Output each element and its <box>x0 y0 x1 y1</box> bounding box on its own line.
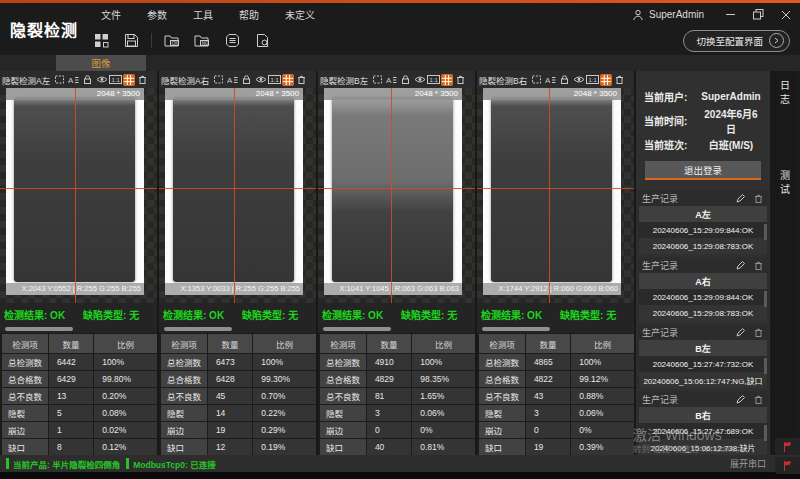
lock-icon[interactable] <box>81 73 94 86</box>
roi-icon[interactable] <box>53 73 66 86</box>
edit-icon[interactable] <box>735 193 746 204</box>
one-to-one-icon[interactable]: 1:1 <box>109 73 122 86</box>
flag-icon[interactable] <box>775 457 800 474</box>
record-section-b-left: 生产记录 B左 20240606_15:27:47:732:OK 2024060… <box>637 324 769 388</box>
h-scrollbar[interactable] <box>477 325 634 333</box>
fit-text-icon[interactable]: A <box>544 73 557 86</box>
row-count: 4910 <box>367 354 411 370</box>
fit-text-icon[interactable]: A <box>385 73 398 86</box>
scroll-thumb[interactable] <box>323 327 391 331</box>
trash-icon[interactable] <box>753 394 764 405</box>
eye-icon[interactable] <box>254 73 267 86</box>
h-scrollbar[interactable] <box>0 325 157 333</box>
row-count: 13 <box>49 388 93 404</box>
row-ratio: 0.06% <box>571 405 634 421</box>
folder-ng-icon[interactable]: NG <box>189 30 215 52</box>
edit-icon[interactable] <box>735 260 746 271</box>
v-scrollbar[interactable] <box>764 425 767 441</box>
col-header: 比例 <box>253 334 316 353</box>
delete-image-icon[interactable] <box>136 73 149 86</box>
roi-icon[interactable] <box>212 73 225 86</box>
lock-icon[interactable] <box>399 73 412 86</box>
menu-file[interactable]: 文件 <box>88 7 134 22</box>
record-entry[interactable]: 20240606_15:27:47:732:OK <box>639 356 767 372</box>
find-doc-icon[interactable] <box>249 30 275 52</box>
record-entry[interactable]: 20240606_15:06:12:738:缺片 <box>639 439 767 455</box>
user-chip[interactable]: SuperAdmin <box>632 9 704 21</box>
sidebar: 当前用户: SuperAdmin 当前时间: 2024年6月6日 当前班次: 白… <box>636 71 770 455</box>
expand-label[interactable]: 展开串口 <box>730 457 766 470</box>
grid-icon[interactable] <box>282 74 294 86</box>
menu-help[interactable]: 帮助 <box>226 7 272 22</box>
info-label: 当前班次: <box>644 137 700 152</box>
roi-icon[interactable] <box>371 73 384 86</box>
switch-to-config-button[interactable]: 切换至配置界面 <box>683 30 790 52</box>
trash-icon[interactable] <box>753 193 764 204</box>
record-entry[interactable]: 20240606_15:29:08:783:OK <box>639 238 767 254</box>
scroll-thumb[interactable] <box>164 327 232 331</box>
edit-icon[interactable] <box>735 394 746 405</box>
tab-test[interactable]: 测试 <box>777 170 792 198</box>
panel-toolbar: 隐裂检测B右 A 1:1 <box>477 71 634 88</box>
one-to-one-icon[interactable]: 1:1 <box>427 73 440 86</box>
row-count: 43 <box>526 388 570 404</box>
v-scrollbar[interactable] <box>764 358 767 374</box>
maximize-button[interactable] <box>744 4 772 26</box>
minimize-button[interactable] <box>716 4 744 26</box>
flag-icon[interactable] <box>775 438 800 455</box>
logout-button[interactable]: 退出登录 <box>645 161 761 180</box>
v-scrollbar[interactable] <box>764 224 767 240</box>
image-viewport[interactable]: 2048 * 3500 X:1353 Y:0033 | R:255 G:255 … <box>159 88 316 303</box>
eye-icon[interactable] <box>95 73 108 86</box>
menu-undefined[interactable]: 未定义 <box>272 7 328 22</box>
record-entry[interactable]: 20240606_15:06:12:747:NG,缺口 <box>639 372 767 388</box>
tiles-icon[interactable] <box>88 30 114 52</box>
h-scrollbar[interactable] <box>318 325 475 333</box>
record-entry[interactable]: 20240606_15:29:09:844:OK <box>639 222 767 238</box>
record-entry[interactable]: 20240606_15:29:09:844:OK <box>639 289 767 305</box>
grid-icon[interactable] <box>441 74 453 86</box>
record-entry[interactable]: 20240606_15:27:47:689:OK <box>639 423 767 439</box>
eye-icon[interactable] <box>572 73 585 86</box>
grid-icon[interactable] <box>123 74 135 86</box>
save-icon[interactable] <box>118 30 144 52</box>
fit-text-icon[interactable]: A <box>226 73 239 86</box>
delete-image-icon[interactable] <box>613 73 626 86</box>
row-count: 12 <box>208 439 252 455</box>
close-button[interactable] <box>772 4 800 26</box>
image-viewport[interactable]: 2048 * 3500 X:1744 Y:2912 | R:060 G:060 … <box>477 88 634 303</box>
fit-text-icon[interactable]: A <box>67 73 80 86</box>
row-count: 1 <box>49 422 93 438</box>
image-viewport[interactable]: 2048 * 3500 X:1041 Y:1045 | R:063 G:063 … <box>318 88 475 303</box>
eye-icon[interactable] <box>413 73 426 86</box>
menu-params[interactable]: 参数 <box>134 7 180 22</box>
grid-icon[interactable] <box>600 74 612 86</box>
delete-image-icon[interactable] <box>454 73 467 86</box>
row-ratio: 98.35% <box>412 371 475 387</box>
layers-icon[interactable] <box>219 30 245 52</box>
image-viewport[interactable]: 2048 * 3500 X:2043 Y:0552 | R:255 G:255 … <box>0 88 157 303</box>
v-scrollbar[interactable] <box>764 291 767 307</box>
delete-image-icon[interactable] <box>295 73 308 86</box>
scroll-thumb[interactable] <box>5 327 73 331</box>
lock-icon[interactable] <box>558 73 571 86</box>
roi-icon[interactable] <box>530 73 543 86</box>
result-row: 检测结果: OK 缺陷类型: 无 <box>318 303 475 325</box>
tab-image[interactable]: 图像 <box>56 55 146 71</box>
folder-ok-icon[interactable]: OK <box>159 30 185 52</box>
row-count: 0 <box>526 422 570 438</box>
menu-tools[interactable]: 工具 <box>180 7 226 22</box>
edit-icon[interactable] <box>735 327 746 338</box>
svg-text:NG: NG <box>201 40 208 45</box>
one-to-one-icon[interactable]: 1:1 <box>268 73 281 86</box>
row-label: 缺口 <box>479 439 525 455</box>
record-entry[interactable]: 20240606_15:29:08:783:OK <box>639 305 767 321</box>
h-scrollbar[interactable] <box>159 325 316 333</box>
one-to-one-icon[interactable]: 1:1 <box>586 73 599 86</box>
scroll-thumb[interactable] <box>482 327 550 331</box>
trash-icon[interactable] <box>753 327 764 338</box>
lock-icon[interactable] <box>240 73 253 86</box>
col-header: 数量 <box>526 334 570 353</box>
tab-log[interactable]: 日志 <box>777 80 792 108</box>
trash-icon[interactable] <box>753 260 764 271</box>
